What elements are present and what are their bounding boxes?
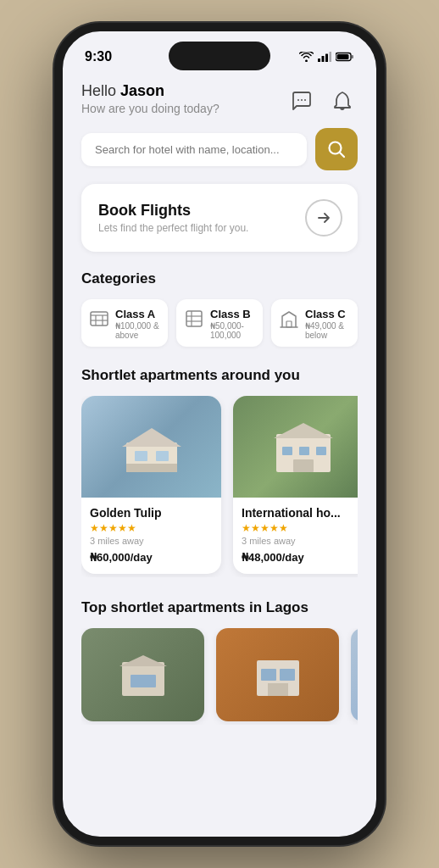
book-flights-arrow[interactable]: [305, 199, 342, 236]
category-card-class-b[interactable]: Class B ₦50,000-100,000: [176, 299, 263, 347]
top-image-2: [216, 628, 339, 721]
svg-rect-5: [352, 55, 354, 58]
svg-rect-1: [322, 56, 325, 62]
top-scroll[interactable]: [81, 628, 358, 725]
top-image-3: [351, 628, 358, 721]
svg-rect-3: [330, 52, 332, 62]
svg-rect-29: [299, 447, 309, 455]
chat-button[interactable]: [286, 86, 317, 116]
status-time: 9:30: [85, 49, 112, 64]
apartment-dist-1: 3 miles away: [90, 536, 213, 546]
top-card-1[interactable]: [81, 628, 204, 721]
apartment-price-1: ₦60,000/day: [90, 551, 213, 564]
apartment-image-1: [81, 396, 221, 498]
header-greeting: Hello Jason How are you doing today?: [81, 82, 286, 115]
category-name-b: Class B: [210, 308, 254, 320]
apartment-card-international[interactable]: International ho... ★★★★★ 3 miles away ₦…: [233, 396, 358, 574]
apartment-stars-2: ★★★★★: [242, 522, 358, 534]
shortlet-section: Shortlet apartments around you: [81, 367, 358, 577]
category-icon-a: [90, 309, 108, 328]
book-flights-text: Book Flights Lets find the perfect fligh…: [98, 202, 248, 234]
apartment-info-1: Golden Tulip ★★★★★ 3 miles away ₦60,000/…: [81, 498, 221, 574]
categories-row: Class A ₦100,000 & above: [81, 299, 358, 347]
top-card-3[interactable]: [351, 628, 358, 721]
category-price-b: ₦50,000-100,000: [210, 321, 254, 340]
greeting-sub: How are you doing today?: [81, 102, 286, 115]
chat-icon: [292, 91, 312, 111]
status-icons: [299, 52, 354, 62]
header-actions: [286, 82, 358, 116]
apartment-price-2: ₦48,000/day: [242, 551, 358, 564]
top-shortlet-section: Top shortlet apartments in Lagos: [81, 599, 358, 725]
book-flights-card[interactable]: Book Flights Lets find the perfect fligh…: [81, 184, 358, 252]
category-card-class-a[interactable]: Class A ₦100,000 & above: [81, 299, 168, 347]
category-icon-c: [280, 309, 298, 328]
category-name-a: Class A: [115, 308, 159, 320]
dynamic-island: [169, 42, 270, 70]
svg-rect-25: [126, 464, 177, 472]
svg-point-8: [301, 99, 303, 101]
svg-rect-2: [325, 54, 328, 63]
top-section-title: Top shortlet apartments in Lagos: [81, 599, 358, 616]
apartment-stars-1: ★★★★★: [90, 522, 213, 534]
category-card-class-c[interactable]: Class C ₦49,000 & below: [271, 299, 358, 347]
greeting-name: Jason: [120, 82, 164, 99]
svg-rect-24: [156, 451, 169, 461]
apartment-image-2: [233, 396, 358, 498]
svg-rect-36: [131, 675, 156, 687]
category-price-c: ₦49,000 & below: [305, 321, 349, 340]
svg-rect-28: [282, 447, 292, 455]
battery-icon: [336, 52, 354, 62]
search-button[interactable]: [315, 128, 358, 170]
svg-rect-38: [261, 669, 276, 681]
svg-rect-16: [186, 311, 202, 326]
search-input[interactable]: [95, 143, 293, 156]
apartments-scroll[interactable]: Golden Tulip ★★★★★ 3 miles away ₦60,000/…: [81, 396, 358, 577]
search-input-wrap[interactable]: [81, 133, 307, 166]
svg-rect-39: [280, 669, 295, 681]
svg-rect-23: [135, 451, 147, 461]
category-icon-b: [185, 309, 203, 328]
book-flights-title: Book Flights: [98, 202, 248, 220]
book-flights-subtitle: Lets find the perfect flight for you.: [98, 222, 248, 234]
category-price-a: ₦100,000 & above: [115, 321, 159, 340]
svg-rect-40: [268, 683, 288, 696]
greeting-line: Hello Jason: [81, 82, 286, 100]
svg-rect-11: [91, 312, 108, 326]
search-icon: [327, 140, 346, 159]
svg-rect-0: [318, 58, 320, 62]
apartment-name-1: Golden Tulip: [90, 506, 213, 520]
arrow-right-icon: [315, 209, 332, 226]
top-card-2[interactable]: [216, 628, 339, 721]
svg-point-7: [297, 99, 299, 101]
apartment-name-2: International ho...: [242, 506, 358, 520]
top-image-1: [81, 628, 204, 721]
apartment-card-golden-tulip[interactable]: Golden Tulip ★★★★★ 3 miles away ₦60,000/…: [81, 396, 221, 574]
category-name-c: Class C: [305, 308, 349, 320]
signal-icon: [318, 52, 331, 62]
svg-rect-30: [316, 447, 326, 455]
svg-point-9: [304, 99, 306, 101]
apartment-dist-2: 3 miles away: [242, 536, 358, 546]
category-info-b: Class B ₦50,000-100,000: [210, 308, 254, 340]
categories-section: Categories Class A: [81, 270, 358, 347]
header: Hello Jason How are you doing today?: [81, 82, 358, 116]
shortlet-section-title: Shortlet apartments around you: [81, 367, 358, 384]
category-info-a: Class A ₦100,000 & above: [115, 308, 159, 340]
svg-rect-31: [293, 459, 314, 472]
categories-title: Categories: [81, 270, 358, 287]
bell-icon: [333, 91, 352, 111]
svg-rect-6: [337, 54, 349, 59]
apartment-info-2: International ho... ★★★★★ 3 miles away ₦…: [233, 498, 358, 574]
screen-content: Hello Jason How are you doing today?: [63, 74, 376, 837]
search-row: [81, 128, 358, 170]
category-info-c: Class C ₦49,000 & below: [305, 308, 349, 340]
phone-frame: 9:30: [54, 23, 385, 845]
notification-button[interactable]: [327, 86, 358, 116]
svg-rect-20: [286, 321, 292, 327]
wifi-icon: [299, 52, 314, 62]
